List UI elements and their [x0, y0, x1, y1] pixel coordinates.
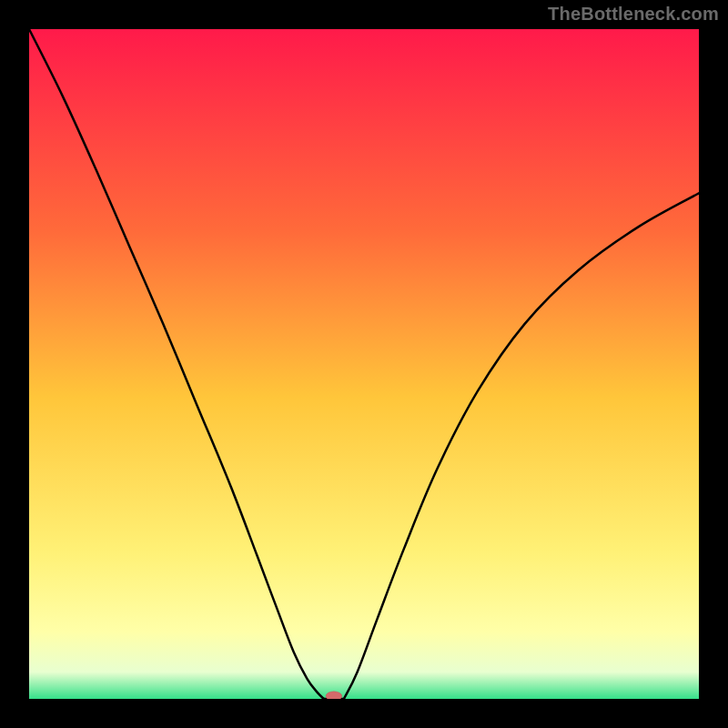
bottleneck-marker — [326, 692, 342, 699]
plot-area — [29, 29, 699, 699]
watermark-text: TheBottleneck.com — [548, 4, 719, 25]
gradient-background — [29, 29, 699, 699]
chart-frame: TheBottleneck.com — [0, 0, 728, 728]
chart-svg — [29, 29, 699, 699]
